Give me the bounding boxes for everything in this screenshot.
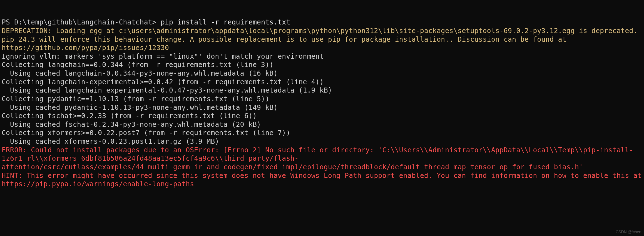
output-line: Using cached pydantic-1.10.13-py3-none-a… <box>2 103 642 112</box>
output-line: Collecting langchain-experimental>=0.0.4… <box>2 78 642 86</box>
prompt-prefix: PS D:\temp\github\Langchain-Chatchat> <box>2 18 161 26</box>
output-line: Collecting pydantic==1.10.13 (from -r re… <box>2 95 642 103</box>
output-line: Using cached xformers-0.0.23.post1.tar.g… <box>2 137 642 146</box>
output-line: Ignoring vllm: markers 'sys_platform == … <box>2 52 642 61</box>
hint-message: HINT: This error might have occurred sin… <box>2 172 642 188</box>
output-line: Using cached langchain_experimental-0.0.… <box>2 86 642 95</box>
command-text: pip install -r requirements.txt <box>161 18 290 26</box>
terminal-output[interactable]: PS D:\temp\github\Langchain-Chatchat> pi… <box>0 0 644 198</box>
deprecation-warning: DEPRECATION: Loading egg at c:\users\adm… <box>2 27 642 52</box>
watermark-text: CSDN @!chen <box>616 230 641 235</box>
output-line: Collecting langchain==0.0.344 (from -r r… <box>2 61 642 69</box>
prompt-line: PS D:\temp\github\Langchain-Chatchat> pi… <box>2 18 642 27</box>
output-line: Using cached fschat-0.2.34-py3-none-any.… <box>2 120 642 129</box>
error-message: ERROR: Could not install packages due to… <box>2 146 642 172</box>
output-line: Using cached langchain-0.0.344-py3-none-… <box>2 69 642 78</box>
output-line: Collecting fschat>=0.2.33 (from -r requi… <box>2 112 642 120</box>
output-line: Collecting xformers>=0.0.22.post7 (from … <box>2 129 642 137</box>
